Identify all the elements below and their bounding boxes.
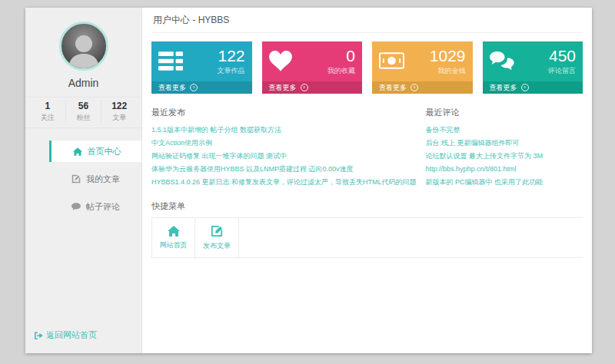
avatar-wrap — [25, 22, 141, 71]
username: Admin — [25, 77, 141, 89]
money-icon — [379, 52, 404, 72]
card-body: 450 评论留言 — [483, 41, 583, 81]
stat-value: 56 — [66, 101, 101, 111]
card-value: 1029 — [404, 48, 466, 65]
post-link[interactable]: 1.5.1版本中新增的 帖子分组 数据获取方法 — [151, 124, 417, 137]
card-label: 我的金钱 — [404, 66, 466, 76]
comments-icon — [490, 51, 514, 74]
comment-link[interactable]: 新版本的 PC编辑器中 也采用了此功能 — [426, 176, 583, 189]
card-body: 0 我的收藏 — [262, 41, 363, 81]
card-favorites[interactable]: 0 我的收藏 查看更多 › — [262, 41, 363, 94]
comment-link[interactable]: 后台 线上 更新编辑器组件即可 — [426, 137, 583, 150]
recent-comments-section: 最近评论 备份不完整 后台 线上 更新编辑器组件即可 论坛默认设置 最大上传文件… — [426, 107, 583, 189]
quick-menu-box: 网站首页 发布文章 — [151, 217, 583, 258]
quick-menu-section: 快捷菜单 网站首页 发布文章 — [151, 200, 583, 258]
card-more-link[interactable]: 查看更多 › — [483, 81, 583, 94]
stat-label: 关注 — [30, 113, 65, 123]
card-more-link[interactable]: 查看更多 › — [262, 81, 363, 94]
more-label: 查看更多 — [490, 83, 517, 93]
quick-item-new-post[interactable]: 发布文章 — [195, 218, 239, 257]
more-label: 查看更多 — [269, 83, 297, 93]
card-comments[interactable]: 450 评论留言 查看更多 › — [483, 41, 583, 94]
quick-item-label: 网站首页 — [160, 240, 188, 250]
sidebar-item-my-articles[interactable]: 我的文章 — [49, 168, 141, 190]
sidebar-item-label: 帖子评论 — [86, 201, 120, 213]
chevron-circle-icon: › — [190, 84, 198, 91]
card-more-link[interactable]: 查看更多 › — [151, 81, 252, 94]
card-money[interactable]: 1029 我的金钱 查看更多 › — [372, 41, 473, 94]
sidebar-item-post-comments[interactable]: 帖子评论 — [49, 196, 141, 217]
comment-icon — [71, 201, 81, 212]
back-home-link[interactable]: 返回网站首页 — [35, 329, 97, 341]
section-title: 最近评论 — [426, 107, 583, 118]
quick-item-site-home[interactable]: 网站首页 — [151, 218, 195, 257]
card-body: 122 文章作品 — [151, 41, 252, 81]
quick-item-label: 发布文章 — [203, 241, 231, 251]
card-articles[interactable]: 122 文章作品 查看更多 › — [151, 41, 252, 94]
home-icon — [72, 146, 83, 157]
section-title: 快捷菜单 — [151, 200, 583, 212]
section-title: 最近发布 — [151, 107, 417, 118]
card-label: 文章作品 — [183, 66, 245, 76]
recent-posts-section: 最近发布 1.5.1版本中新增的 帖子分组 数据获取方法 中文Action使用示… — [151, 107, 417, 189]
chevron-circle-icon: › — [521, 84, 529, 91]
card-value: 122 — [183, 48, 245, 65]
card-body: 1029 我的金钱 — [372, 41, 473, 81]
comment-link[interactable]: http://bbs.hyphp.cn/t/801.html — [426, 163, 583, 176]
card-value: 0 — [292, 48, 356, 65]
post-link[interactable]: 网站验证码修复 出现一堆字体的问题 测试中 — [151, 150, 417, 163]
sidebar-item-label: 我的文章 — [86, 174, 120, 185]
stat-value: 1 — [30, 101, 65, 111]
post-link[interactable]: 中文Action使用示例 — [151, 137, 417, 150]
stat-articles[interactable]: 122 文章 — [101, 101, 137, 123]
avatar[interactable] — [59, 22, 108, 71]
sidebar: Admin 1 关注 56 粉丝 122 文章 首页中心 — [25, 8, 142, 353]
article-icon — [71, 174, 81, 184]
exit-icon — [35, 332, 43, 339]
stat-following[interactable]: 1 关注 — [30, 101, 65, 123]
card-label: 我的收藏 — [292, 66, 356, 76]
stat-cards: 122 文章作品 查看更多 › 0 — [151, 41, 583, 94]
back-home-label: 返回网站首页 — [46, 329, 97, 341]
more-label: 查看更多 — [379, 83, 407, 93]
card-label: 评论留言 — [514, 66, 577, 76]
main-content: 用户中心 - HYBBS 122 文章作品 — [142, 8, 592, 353]
sidebar-item-label: 首页中心 — [88, 146, 121, 157]
comment-link[interactable]: 备份不完整 — [426, 124, 583, 137]
stat-label: 粉丝 — [66, 113, 101, 123]
heart-icon — [269, 51, 292, 74]
card-value: 450 — [514, 48, 577, 65]
stat-label: 文章 — [101, 113, 137, 123]
post-link[interactable]: HYBBS1.4.0.26 更新日志 和修复发表文章，评论过滤太严，导致丢失HT… — [151, 176, 417, 189]
edit-icon — [211, 225, 223, 237]
list-icon — [158, 51, 183, 74]
more-label: 查看更多 — [158, 83, 186, 93]
home-icon — [168, 226, 180, 237]
person-icon — [64, 30, 104, 68]
sidebar-menu: 首页中心 我的文章 帖子评论 — [25, 141, 141, 217]
page-title: 用户中心 - HYBBS — [151, 8, 583, 33]
chevron-circle-icon: › — [411, 84, 418, 91]
sidebar-item-home-center[interactable]: 首页中心 — [49, 141, 141, 162]
post-link[interactable]: 体验华为云服务器使用HYBBS 以及LNMP搭建过程 迈向0.00v速度 — [151, 163, 417, 176]
stat-value: 122 — [101, 101, 137, 111]
user-center-panel: Admin 1 关注 56 粉丝 122 文章 首页中心 — [25, 8, 592, 353]
stat-followers[interactable]: 56 粉丝 — [65, 101, 101, 123]
user-stats: 1 关注 56 粉丝 122 文章 — [25, 97, 141, 128]
chevron-circle-icon: › — [301, 84, 308, 91]
card-more-link[interactable]: 查看更多 › — [372, 81, 473, 94]
comment-link[interactable]: 论坛默认设置 最大上传文件字节为 3M — [426, 150, 583, 163]
